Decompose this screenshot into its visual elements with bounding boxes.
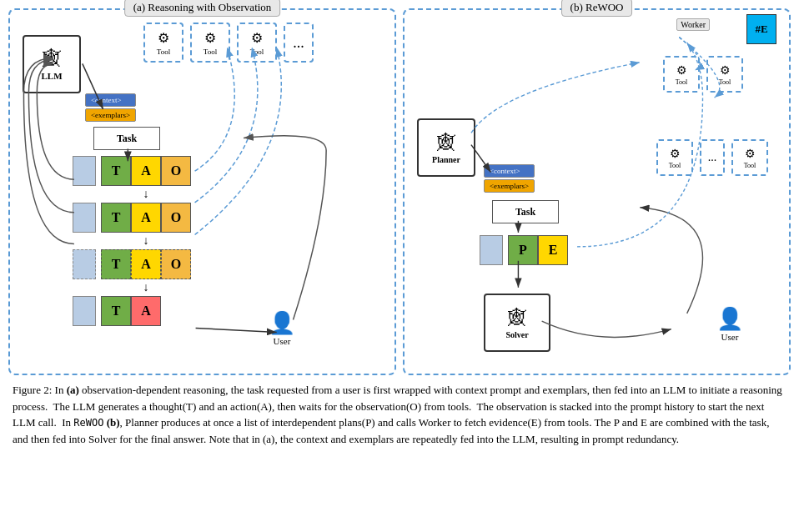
user-label-a: User [269, 336, 295, 346]
task-label-a: Task [117, 133, 137, 145]
tool-label-1: Tool [157, 48, 170, 56]
worker-label-text: Worker [681, 20, 706, 29]
a-cell-1: A [131, 156, 161, 186]
t-cell-2: T [101, 203, 131, 233]
tao-stack: T A O ↓ T A O ↓ T A O [73, 156, 191, 328]
tool-b-dots: ... [700, 139, 725, 176]
user-b: 👤 User [716, 306, 743, 342]
tool-b-1: ⚙ Tool [663, 56, 700, 93]
task-label-b: Task [515, 206, 535, 218]
tool-label-b1: Tool [676, 78, 688, 86]
a-cell-3: A [131, 249, 161, 279]
planner-label: Planner [432, 155, 460, 164]
tools-row-b-upper: ⚙ Tool ⚙ Tool [663, 56, 743, 93]
o-cell-3: O [161, 249, 191, 279]
brain-icon-planner: 🕸 [437, 132, 455, 153]
tool-box-2: ⚙ Tool [190, 23, 230, 63]
panel-b: (b) ReWOO Worker #E ⚙ Tool ⚙ Tool [403, 8, 791, 375]
tao-row-1: T A O [73, 156, 191, 186]
pe-row: P E [480, 235, 568, 265]
tool-label-b2: Tool [719, 78, 731, 86]
arrow-down-2: ↓ [101, 234, 191, 248]
gear-icon-3: ⚙ [251, 30, 263, 46]
e-cell: E [538, 235, 568, 265]
llm-box: 🕸 LLM [23, 35, 81, 93]
context-tag-a: <context> [85, 93, 136, 107]
tao-row-2: T A O [73, 203, 191, 233]
gear-icon-b1: ⚙ [676, 63, 687, 78]
p-cell: P [508, 235, 538, 265]
panel-a-title: (a) Reasoning with Observation [124, 0, 281, 17]
context-box-a: <context> <exemplars> [85, 93, 136, 122]
tools-row-b-lower: ⚙ Tool ... ⚙ Tool [656, 139, 768, 176]
llm-label: LLM [41, 71, 62, 81]
user-icon-a: 👤 [269, 310, 295, 336]
exemplars-tag-b: <exemplars> [484, 179, 535, 193]
arrow-down-1: ↓ [101, 188, 191, 201]
tool-box-3: ⚙ Tool [237, 23, 277, 63]
t-cell-3: T [101, 249, 131, 279]
tao-row-3: T A O [73, 249, 191, 279]
solver-label: Solver [505, 330, 528, 339]
context-tag-b: <context> [484, 164, 535, 178]
panel-a: (a) Reasoning with Observation 🕸 LLM ⚙ T… [8, 8, 396, 375]
figure-label: Figure 2: [13, 384, 52, 396]
gear-icon-b4: ⚙ [745, 147, 756, 161]
panels-wrapper: (a) Reasoning with Observation 🕸 LLM ⚙ T… [8, 8, 791, 375]
tool-label-3: Tool [250, 48, 264, 56]
t-cell-final: T [101, 296, 131, 326]
t-cell-1: T [101, 156, 131, 186]
gear-icon-b2: ⚙ [720, 63, 731, 78]
caption: Figure 2: In ((a) Reasoning with Observa… [8, 375, 791, 451]
tool-label-b3: Tool [669, 162, 681, 169]
task-box-b: Task [492, 200, 559, 223]
brain-icon-solver: 🕸 [508, 307, 526, 329]
panel-a-title-text: (a) Reasoning with Observation [133, 1, 272, 13]
user-a: 👤 User [269, 310, 295, 346]
worker-label: Worker [676, 18, 710, 31]
o-cell-2: O [161, 203, 191, 233]
tool-b-2: ⚙ Tool [706, 56, 743, 93]
tool-b-4: ⚙ Tool [731, 139, 768, 176]
panel-b-title-text: (b) ReWOO [570, 1, 624, 13]
main-container: (a) Reasoning with Observation 🕸 LLM ⚙ T… [0, 0, 799, 459]
o-cell-1: O [161, 156, 191, 186]
gear-icon-1: ⚙ [158, 30, 169, 46]
gear-icon-b3: ⚙ [670, 147, 681, 161]
panel-b-title: (b) ReWOO [561, 0, 633, 17]
dots-label: ... [293, 34, 304, 52]
gear-icon-2: ⚙ [204, 30, 216, 46]
task-box-a: Task [93, 127, 160, 150]
brain-icon: 🕸 [43, 48, 61, 69]
hash-e-label: #E [755, 23, 767, 36]
solver-box: 🕸 Solver [484, 294, 550, 352]
planner-box: 🕸 Planner [417, 118, 475, 177]
a-cell-final: A [131, 296, 161, 326]
exemplars-tag-a: <exemplars> [85, 108, 136, 122]
ta-row: T A [73, 296, 191, 326]
hash-e-box: #E [746, 14, 776, 44]
tools-row-a: ⚙ Tool ⚙ Tool ⚙ Tool ... [143, 23, 314, 63]
tool-dots: ... [284, 23, 314, 63]
tool-b-3: ⚙ Tool [656, 139, 693, 176]
arrow-down-3: ↓ [101, 281, 191, 294]
a-cell-2: A [131, 203, 161, 233]
user-icon-b-figure: 👤 [716, 306, 743, 332]
tool-label-b4: Tool [744, 162, 756, 169]
tool-box-1: ⚙ Tool [143, 23, 183, 63]
tool-label-2: Tool [204, 48, 217, 56]
dots-b-label: ... [708, 151, 717, 164]
user-label-b: User [716, 332, 743, 342]
context-box-b: <context> <exemplars> [484, 164, 535, 193]
